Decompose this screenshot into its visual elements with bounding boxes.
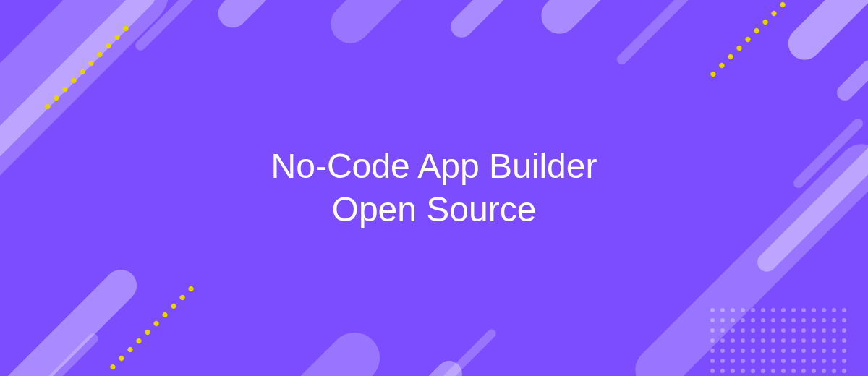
hero-headline: No-Code App Builder Open Source xyxy=(271,145,597,231)
decorative-pill xyxy=(212,0,294,34)
decorative-pill xyxy=(446,0,523,42)
dot-grid-icon xyxy=(710,308,846,376)
yellow-dots-icon xyxy=(710,0,795,78)
decorative-pill xyxy=(231,322,390,376)
decorative-pill xyxy=(833,56,868,103)
hero-line2: Open Source xyxy=(271,188,597,231)
decorative-pill xyxy=(781,0,868,67)
decorative-pill xyxy=(615,0,709,67)
hero-line1: No-Code App Builder xyxy=(271,145,597,188)
